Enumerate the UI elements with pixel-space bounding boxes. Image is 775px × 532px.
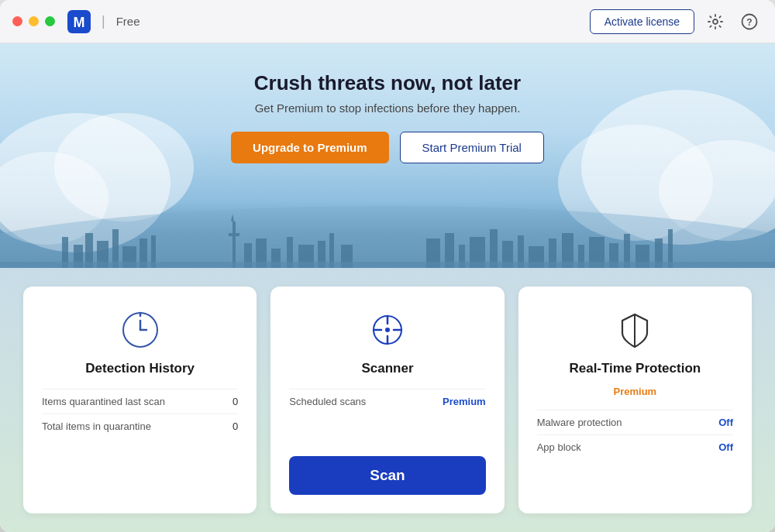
- app-window: M | Free Activate license ?: [0, 0, 775, 532]
- app-block-label: App block: [537, 441, 581, 453]
- stat-label-quarantined-last: Items quarantined last scan: [42, 396, 165, 407]
- minimize-button[interactable]: [29, 16, 39, 26]
- svg-text:?: ?: [746, 17, 752, 28]
- settings-button[interactable]: [702, 9, 728, 35]
- hero-banner: Crush threats now, not later Get Premium…: [0, 43, 775, 268]
- brand-divider: |: [102, 13, 105, 29]
- realtime-icon: [613, 308, 656, 352]
- stat-row-quarantined-last: Items quarantined last scan 0: [42, 389, 238, 414]
- gear-icon: [707, 13, 724, 30]
- detection-history-title: Detection History: [85, 361, 195, 376]
- trial-button[interactable]: Start Premium Trial: [400, 132, 544, 163]
- traffic-lights: [12, 16, 55, 26]
- hero-title: Crush threats now, not later: [254, 71, 521, 95]
- detection-history-icon: [119, 308, 162, 352]
- svg-rect-48: [0, 262, 775, 268]
- brand-tier: Free: [116, 15, 140, 28]
- svg-rect-20: [232, 221, 236, 268]
- scan-button[interactable]: Scan: [289, 456, 485, 495]
- scanner-card: Scanner Scheduled scans Premium Scan: [270, 287, 504, 513]
- brand-logo: M: [67, 10, 91, 33]
- titlebar: M | Free Activate license ?: [0, 0, 775, 43]
- stat-label-total-quarantine: Total items in quarantine: [42, 420, 151, 432]
- malware-protection-value: Off: [718, 417, 733, 428]
- detection-history-stats: Items quarantined last scan 0 Total item…: [42, 389, 238, 438]
- svg-marker-21: [231, 214, 234, 221]
- scheduled-scans-value[interactable]: Premium: [443, 396, 486, 407]
- scanner-icon: [366, 308, 409, 352]
- realtime-protection-card: Real-Time Protection Premium Malware pro…: [518, 287, 752, 513]
- realtime-subtitle: Premium: [614, 386, 657, 397]
- stat-value-quarantined-last: 0: [232, 396, 238, 407]
- app-block-row: App block Off: [537, 434, 733, 459]
- hero-buttons: Upgrade to Premium Start Premium Trial: [231, 132, 544, 163]
- help-button[interactable]: ?: [736, 9, 763, 35]
- scheduled-scans-label: Scheduled scans: [289, 396, 366, 407]
- svg-text:M: M: [74, 15, 85, 30]
- malware-protection-row: Malware protection Off: [537, 410, 733, 434]
- titlebar-actions: Activate license ?: [590, 9, 763, 35]
- svg-point-58: [385, 328, 390, 332]
- question-icon: ?: [741, 13, 758, 30]
- skyline: [0, 206, 775, 268]
- scanner-stats: Scheduled scans Premium: [289, 389, 485, 414]
- svg-point-2: [713, 19, 718, 24]
- close-button[interactable]: [12, 16, 22, 26]
- activate-license-button[interactable]: Activate license: [590, 9, 694, 34]
- hero-subtitle: Get Premium to stop infections before th…: [255, 101, 521, 115]
- svg-point-7: [54, 113, 194, 221]
- svg-rect-22: [229, 233, 239, 236]
- realtime-stats: Malware protection Off App block Off: [537, 410, 733, 459]
- stat-row-total-quarantine: Total items in quarantine 0: [42, 414, 238, 438]
- scheduled-scans-row: Scheduled scans Premium: [289, 389, 485, 414]
- cards-area: Detection History Items quarantined last…: [0, 268, 775, 532]
- scanner-title: Scanner: [361, 361, 413, 376]
- app-block-value: Off: [718, 441, 733, 453]
- detection-history-card: Detection History Items quarantined last…: [23, 287, 257, 513]
- maximize-button[interactable]: [45, 16, 55, 26]
- malware-protection-label: Malware protection: [537, 417, 622, 428]
- realtime-title: Real-Time Protection: [569, 361, 701, 376]
- brand: M | Free: [67, 10, 590, 33]
- stat-value-total-quarantine: 0: [232, 420, 238, 432]
- upgrade-button[interactable]: Upgrade to Premium: [231, 132, 389, 163]
